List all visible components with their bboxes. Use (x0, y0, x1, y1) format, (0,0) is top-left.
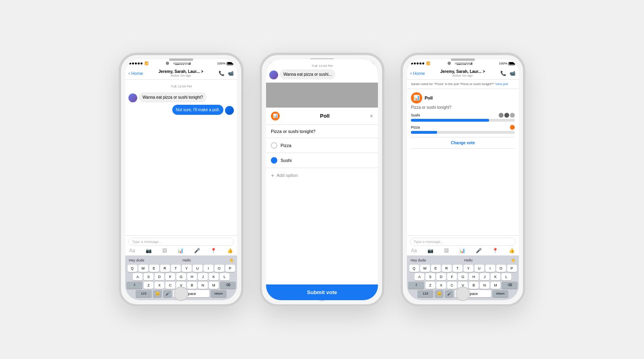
key3-z[interactable]: Z (425, 282, 435, 289)
poll-option-pizza[interactable]: Pizza (266, 138, 378, 153)
change-vote-button[interactable]: Change vote (411, 137, 515, 149)
poll-icon-3[interactable]: 📊 (459, 248, 465, 253)
key-n[interactable]: N (198, 282, 208, 289)
camera-icon-3[interactable]: 📷 (427, 248, 433, 253)
key3-u[interactable]: U (475, 265, 484, 272)
video-icon-1[interactable]: 📹 (228, 71, 234, 76)
key-d[interactable]: D (155, 273, 164, 280)
key3-mic[interactable]: 🎤 (445, 290, 454, 297)
like-icon-3[interactable]: 👍 (509, 248, 515, 253)
key-x[interactable]: X (155, 282, 164, 289)
key-z[interactable]: Z (144, 282, 153, 289)
key-l[interactable]: L (220, 273, 229, 280)
key-a[interactable]: A (133, 273, 142, 280)
key-m[interactable]: M (209, 282, 219, 289)
key-shift[interactable]: ⇧ (126, 282, 142, 289)
key3-q[interactable]: Q (409, 265, 419, 272)
key3-y[interactable]: Y (464, 265, 473, 272)
submit-vote-button[interactable]: Submit vote (266, 284, 378, 300)
camera-icon-1[interactable]: 📷 (146, 248, 152, 253)
key-backspace[interactable]: ⌫ (220, 282, 236, 289)
back-button-3[interactable]: ‹ Home (410, 70, 425, 76)
like-icon-1[interactable]: 👍 (227, 248, 233, 253)
poll-option-sushi[interactable]: Sushi (266, 153, 378, 168)
radio-pizza[interactable] (271, 142, 277, 149)
poll-icon-1[interactable]: 📊 (178, 248, 184, 253)
contact-info-1[interactable]: Jeremy, Sarah, Laur... > Active 2m ago (159, 69, 203, 77)
video-icon-3[interactable]: 📹 (510, 71, 516, 76)
key-r[interactable]: R (160, 265, 170, 272)
key-emoji[interactable]: 😊 (153, 290, 162, 297)
key-s[interactable]: S (144, 273, 153, 280)
key3-h[interactable]: H (469, 273, 479, 280)
key3-b[interactable]: B (469, 282, 479, 289)
phone-home-button-3[interactable] (456, 286, 470, 301)
key-return[interactable]: return (211, 290, 227, 297)
key3-emoji[interactable]: 😊 (435, 290, 444, 297)
key-t[interactable]: T (171, 265, 181, 272)
suggestion-1[interactable]: Hey dude (129, 258, 144, 262)
key3-123[interactable]: 123 (417, 290, 433, 297)
key3-g[interactable]: G (458, 273, 468, 280)
mic-icon-3[interactable]: 🎤 (476, 248, 482, 253)
key3-n[interactable]: N (480, 282, 489, 289)
key-w[interactable]: W (138, 265, 148, 272)
suggestion-3a[interactable]: Hey dude (411, 258, 426, 262)
key-p[interactable]: P (225, 265, 235, 272)
key3-d[interactable]: D (436, 273, 446, 280)
phone-icon-1[interactable]: 📞 (219, 71, 225, 76)
key-mic[interactable]: 🎤 (163, 290, 172, 297)
key3-r[interactable]: R (442, 265, 452, 272)
poll-close-button[interactable]: × (370, 113, 373, 119)
location-icon-1[interactable]: 📍 (211, 248, 217, 253)
key3-f[interactable]: F (447, 273, 457, 280)
key3-m[interactable]: M (491, 282, 500, 289)
text-format-icon-3[interactable]: Aa (411, 248, 417, 253)
key-h[interactable]: H (187, 273, 197, 280)
key3-shift[interactable]: ⇧ (408, 282, 424, 289)
key3-e[interactable]: E (431, 265, 441, 272)
message-field-1[interactable]: Type a message... (128, 238, 234, 246)
key-o[interactable]: O (215, 265, 224, 272)
image-icon-1[interactable]: 🖼 (162, 248, 167, 253)
key-b[interactable]: B (187, 282, 197, 289)
phone-icon-3[interactable]: 📞 (500, 71, 506, 76)
key-e[interactable]: E (149, 265, 159, 272)
key3-p[interactable]: P (507, 265, 517, 272)
image-icon-3[interactable]: 🖼 (444, 248, 449, 253)
key-g[interactable]: G (176, 273, 186, 280)
key3-c[interactable]: C (447, 282, 457, 289)
suggestion-3b[interactable]: Hello (464, 258, 473, 262)
key-i[interactable]: I (204, 265, 213, 272)
key3-return[interactable]: return (492, 290, 508, 297)
key-c[interactable]: C (165, 282, 175, 289)
key3-o[interactable]: O (496, 265, 506, 272)
key-k[interactable]: K (209, 273, 219, 280)
radio-sushi[interactable] (271, 157, 277, 164)
key3-w[interactable]: W (420, 265, 430, 272)
key-u[interactable]: U (193, 265, 202, 272)
key-y[interactable]: Y (182, 265, 192, 272)
location-icon-3[interactable]: 📍 (492, 248, 498, 253)
key-j[interactable]: J (198, 273, 208, 280)
key-q[interactable]: Q (128, 265, 137, 272)
text-format-icon-1[interactable]: Aa (129, 248, 135, 253)
key-f[interactable]: F (165, 273, 175, 280)
add-option-row[interactable]: + Add option (266, 168, 378, 183)
mic-icon-1[interactable]: 🎤 (194, 248, 200, 253)
key3-k[interactable]: K (491, 273, 500, 280)
suggestion-3[interactable]: 👋 (229, 258, 233, 262)
suggestion-3c[interactable]: 👋 (511, 258, 515, 262)
view-poll-link[interactable]: View poll (495, 82, 508, 86)
key3-t[interactable]: T (453, 265, 462, 272)
key3-l[interactable]: L (502, 273, 511, 280)
key3-i[interactable]: I (485, 265, 495, 272)
message-field-3[interactable]: Type a message... (410, 238, 516, 246)
key3-backspace[interactable]: ⌫ (502, 282, 518, 289)
key3-j[interactable]: J (480, 273, 489, 280)
phone-home-button-1[interactable] (174, 286, 188, 301)
key3-x[interactable]: X (436, 282, 446, 289)
contact-info-3[interactable]: Jeremy, Sarah, Laur... > Active 2m ago (440, 69, 485, 77)
key3-a[interactable]: A (415, 273, 424, 280)
key3-s[interactable]: S (425, 273, 435, 280)
